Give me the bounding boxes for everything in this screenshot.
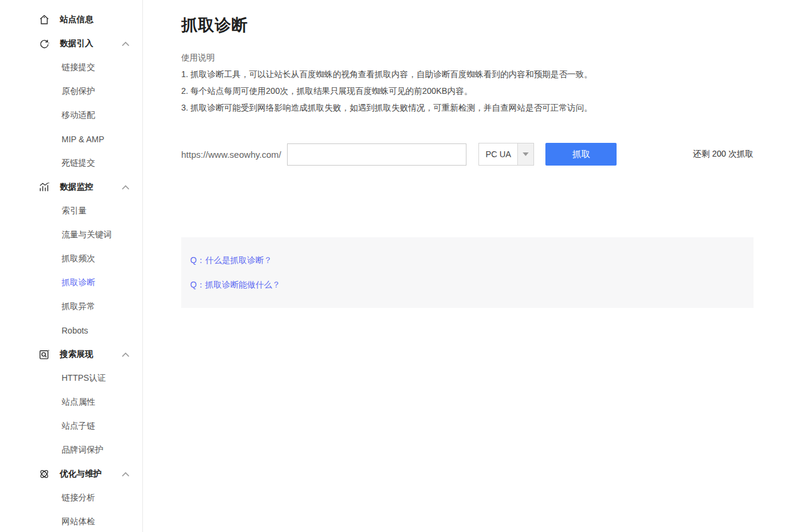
page-title: 抓取诊断: [181, 14, 754, 36]
fetch-button[interactable]: 抓取: [545, 143, 617, 166]
sidebar-item-dead-link-submit[interactable]: 死链提交: [0, 151, 142, 175]
instruction-line: 3. 抓取诊断可能受到网络影响造成抓取失败，如遇到抓取失败情况，可重新检测，并自…: [181, 102, 754, 114]
sidebar: 站点信息 数据引入 链接提交 原创保护 移动适配 MIP &: [0, 0, 143, 532]
usage-heading: 使用说明: [181, 51, 754, 63]
sidebar-item-optimize-maintain[interactable]: 优化与维护: [0, 462, 142, 486]
sidebar-item-data-monitor[interactable]: 数据监控: [0, 175, 142, 199]
sidebar-item-https-cert[interactable]: HTTPS认证: [0, 366, 142, 390]
remaining-quota-label: 还剩 200 次抓取: [693, 149, 754, 160]
instruction-line: 2. 每个站点每周可使用200次，抓取结果只展现百度蜘蛛可见的前200KB内容。: [181, 85, 754, 97]
sidebar-nav: 站点信息 数据引入 链接提交 原创保护 移动适配 MIP &: [0, 8, 142, 532]
chevron-down-icon[interactable]: [517, 143, 533, 165]
sidebar-item-traffic-keywords[interactable]: 流量与关键词: [0, 223, 142, 247]
sidebar-item-site-sublinks[interactable]: 站点子链: [0, 414, 142, 438]
chevron-up-icon[interactable]: [121, 41, 130, 47]
sidebar-item-mobile-adapt[interactable]: 移动适配: [0, 103, 142, 127]
sidebar-item-label: 数据监控: [60, 182, 121, 192]
sidebar-item-crawl-exception[interactable]: 抓取异常: [0, 295, 142, 319]
sidebar-item-link-analysis[interactable]: 链接分析: [0, 486, 142, 510]
sidebar-item-site-checkup[interactable]: 网站体检: [0, 510, 142, 532]
sidebar-item-site-info[interactable]: 站点信息: [0, 8, 142, 32]
ua-select-value: PC UA: [479, 143, 517, 165]
home-icon: [38, 14, 50, 26]
sidebar-item-label: 搜索展现: [60, 349, 121, 360]
chevron-up-icon[interactable]: [121, 472, 130, 477]
sidebar-item-data-import[interactable]: 数据引入: [0, 32, 142, 56]
sidebar-item-robots[interactable]: Robots: [0, 319, 142, 343]
optimize-atom-icon: [38, 468, 50, 480]
app-window: 站点信息 数据引入 链接提交 原创保护 移动适配 MIP &: [0, 0, 790, 532]
sidebar-item-brand-protect[interactable]: 品牌词保护: [0, 438, 142, 462]
sidebar-item-search-display[interactable]: 搜索展现: [0, 343, 142, 366]
main-content: 抓取诊断 使用说明 1. 抓取诊断工具，可以让站长从百度蜘蛛的视角查看抓取内容，…: [143, 0, 790, 532]
sidebar-item-crawl-diagnosis[interactable]: 抓取诊断: [0, 271, 142, 295]
faq-link-what-is[interactable]: Q：什么是抓取诊断？: [190, 254, 742, 266]
sidebar-item-link-submit[interactable]: 链接提交: [0, 56, 142, 80]
url-input[interactable]: [287, 143, 466, 166]
sidebar-item-crawl-frequency[interactable]: 抓取频次: [0, 247, 142, 271]
sidebar-item-index-volume[interactable]: 索引量: [0, 199, 142, 223]
search-display-icon: [38, 348, 50, 360]
chevron-up-icon[interactable]: [121, 185, 130, 190]
instruction-line: 1. 抓取诊断工具，可以让站长从百度蜘蛛的视角查看抓取内容，自助诊断百度蜘蛛看到…: [181, 68, 754, 80]
fetch-form: https://www.seowhy.com/ PC UA 抓取 还剩 200 …: [181, 143, 754, 166]
faq-link-what-can-do[interactable]: Q：抓取诊断能做什么？: [190, 279, 742, 291]
sidebar-item-mip-amp[interactable]: MIP & AMP: [0, 127, 142, 151]
sidebar-item-label: 站点信息: [60, 14, 130, 25]
sidebar-item-label: 优化与维护: [60, 469, 121, 479]
sidebar-item-original-protect[interactable]: 原创保护: [0, 80, 142, 103]
url-prefix-label: https://www.seowhy.com/: [181, 149, 281, 160]
data-import-icon: [38, 38, 50, 50]
ua-select[interactable]: PC UA: [478, 143, 534, 166]
chevron-up-icon[interactable]: [121, 352, 130, 357]
sidebar-item-site-attribute[interactable]: 站点属性: [0, 390, 142, 414]
faq-panel: Q：什么是抓取诊断？ Q：抓取诊断能做什么？: [181, 237, 754, 308]
sidebar-item-label: 数据引入: [60, 38, 121, 49]
monitor-chart-icon: [38, 181, 50, 193]
